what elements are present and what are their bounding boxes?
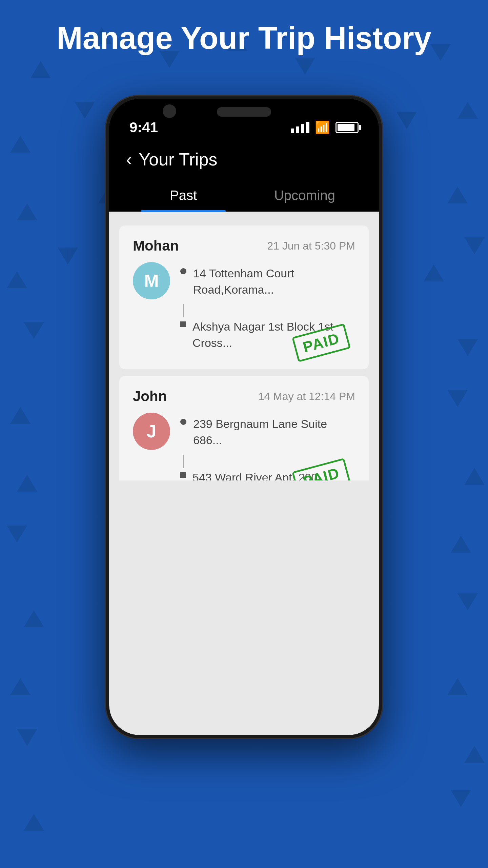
svg-marker-26 [451,536,471,553]
status-time: 9:41 [129,119,158,136]
svg-marker-29 [10,678,30,695]
svg-marker-33 [24,814,44,831]
driver-name: Mohan [133,238,179,254]
trip-header: John 14 May at 12:14 PM [133,388,355,405]
svg-marker-32 [464,746,485,763]
origin-dot [180,419,186,425]
svg-marker-25 [7,526,27,542]
route-origin-line: 14 Tottenham Court Road,Korama... [180,265,355,298]
svg-marker-34 [451,790,471,807]
tab-past[interactable]: Past [123,180,244,211]
phone-frame: 9:41 📶 [105,95,383,739]
svg-marker-19 [24,322,44,339]
phone-camera [163,104,176,118]
trip-card-mohan[interactable]: Mohan 21 Jun at 5:30 PM M 14 Tottenham C… [119,225,369,369]
nav-header: ‹ Your Trips [109,142,379,180]
page-headline: Manage Your Trip History [0,20,488,56]
svg-marker-12 [17,203,37,220]
origin-address: 14 Tottenham Court Road,Korama... [193,265,355,298]
svg-marker-23 [17,475,37,492]
driver-avatar: J [133,413,170,450]
svg-marker-15 [464,237,485,254]
origin-address: 239 Bergnaum Lane Suite 686... [193,416,355,448]
svg-marker-24 [464,468,485,485]
driver-avatar: M [133,262,170,299]
wifi-icon: 📶 [315,120,330,135]
phone-screen: 9:41 📶 [109,99,379,735]
screen-content: 9:41 📶 [109,99,379,735]
trip-date: 14 May at 12:14 PM [258,390,355,403]
svg-marker-11 [396,112,417,129]
tabs-container: Past Upcoming [109,180,379,212]
svg-marker-16 [7,271,27,288]
svg-marker-28 [458,593,478,610]
svg-marker-30 [447,678,468,695]
tab-upcoming[interactable]: Upcoming [244,180,365,211]
origin-dot [180,268,186,274]
trip-list: Mohan 21 Jun at 5:30 PM M 14 Tottenham C… [109,212,379,480]
trip-card-john[interactable]: John 14 May at 12:14 PM J 239 Bergnaum L… [119,376,369,480]
svg-marker-21 [10,407,30,424]
svg-marker-27 [24,610,44,627]
svg-marker-31 [17,729,37,746]
dest-dot [180,472,186,478]
back-button[interactable]: ‹ [126,149,132,170]
trip-date: 21 Jun at 5:30 PM [267,240,355,252]
svg-marker-8 [10,136,30,153]
svg-marker-20 [458,339,478,356]
route-connector [183,455,184,468]
screen-title: Your Trips [139,149,217,170]
status-icons: 📶 [291,120,359,135]
battery-icon [336,122,359,133]
svg-marker-14 [447,186,468,203]
route-connector [183,304,184,317]
svg-marker-18 [424,264,444,281]
driver-name: John [133,388,167,405]
phone-speaker [217,107,271,117]
status-bar: 9:41 📶 [109,99,379,142]
svg-marker-22 [447,390,468,407]
svg-marker-9 [75,102,95,119]
trip-header: Mohan 21 Jun at 5:30 PM [133,238,355,254]
svg-marker-0 [30,61,51,78]
dest-dot [180,321,186,327]
signal-icon [291,122,309,133]
screen-bottom [109,480,379,735]
svg-marker-17 [58,248,78,264]
svg-marker-7 [458,102,478,119]
svg-marker-4 [295,58,315,75]
route-origin-line: 239 Bergnaum Lane Suite 686... [180,416,355,448]
